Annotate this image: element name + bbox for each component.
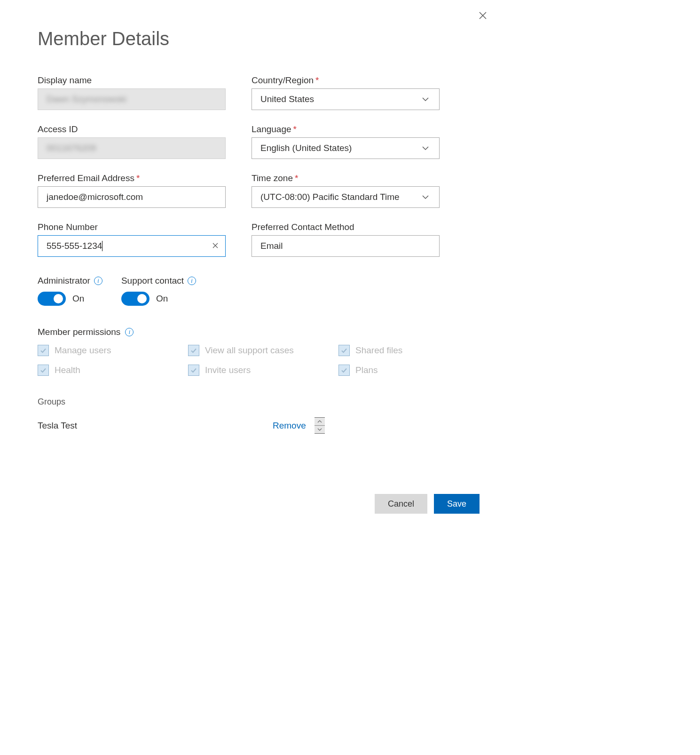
remove-link[interactable]: Remove	[273, 421, 306, 431]
country-field: Country/Region* United States	[252, 75, 440, 110]
perm-health: Health	[38, 365, 188, 376]
display-name-label: Display name	[38, 75, 226, 86]
perm-shared-files: Shared files	[338, 345, 442, 356]
group-order-stepper	[315, 417, 325, 434]
email-input[interactable]: janedoe@microsoft.com	[38, 186, 226, 208]
info-icon[interactable]: i	[188, 277, 196, 285]
support-contact-toggle[interactable]	[121, 292, 149, 306]
phone-input[interactable]: 555-555-1234	[38, 235, 226, 257]
language-label: Language*	[252, 124, 440, 135]
support-contact-role: Support contact i On	[121, 276, 196, 306]
groups-title: Groups	[38, 397, 461, 407]
footer: Cancel Save	[375, 494, 480, 514]
group-row: Tesla Test Remove	[38, 417, 461, 434]
display-name-input: Dawn Szymonowski	[38, 88, 226, 110]
permissions-section: Member permissions i Manage users View a…	[38, 327, 461, 376]
language-select[interactable]: English (United States)	[252, 137, 440, 159]
administrator-state: On	[72, 294, 84, 304]
perm-manage-users: Manage users	[38, 345, 188, 356]
group-name: Tesla Test	[38, 421, 273, 431]
contact-method-label: Preferred Contact Method	[252, 222, 440, 232]
country-label: Country/Region*	[252, 75, 440, 86]
contact-method-field: Preferred Contact Method Email	[252, 222, 440, 257]
checkbox[interactable]	[38, 365, 49, 376]
close-button[interactable]	[477, 9, 489, 22]
chevron-down-icon	[420, 94, 431, 104]
email-field: Preferred Email Address* janedoe@microso…	[38, 173, 226, 208]
timezone-label: Time zone*	[252, 173, 440, 183]
chevron-up-icon[interactable]	[315, 418, 325, 425]
page-title: Member Details	[38, 28, 461, 49]
timezone-field: Time zone* (UTC-08:00) Pacific Standard …	[252, 173, 440, 208]
display-name-field: Display name Dawn Szymonowski	[38, 75, 226, 110]
checkbox[interactable]	[38, 345, 49, 356]
chevron-down-icon[interactable]	[315, 426, 325, 433]
support-contact-state: On	[156, 294, 168, 304]
support-contact-label: Support contact	[121, 276, 184, 286]
access-id-field: Access ID 0011676209	[38, 124, 226, 159]
perm-invite-users: Invite users	[188, 365, 338, 376]
info-icon[interactable]: i	[94, 277, 102, 285]
language-field: Language* English (United States)	[252, 124, 440, 159]
timezone-select[interactable]: (UTC-08:00) Pacific Standard Time	[252, 186, 440, 208]
phone-label: Phone Number	[38, 222, 226, 232]
access-id-label: Access ID	[38, 124, 226, 135]
contact-method-input[interactable]: Email	[252, 235, 440, 257]
checkbox[interactable]	[338, 365, 350, 376]
access-id-input: 0011676209	[38, 137, 226, 159]
checkbox[interactable]	[188, 345, 199, 356]
groups-section: Groups Tesla Test Remove	[38, 397, 461, 434]
save-button[interactable]: Save	[434, 494, 480, 514]
checkbox[interactable]	[338, 345, 350, 356]
administrator-label: Administrator	[38, 276, 90, 286]
administrator-role: Administrator i On	[38, 276, 102, 306]
info-icon[interactable]: i	[125, 328, 134, 336]
cancel-button[interactable]: Cancel	[375, 494, 427, 514]
chevron-down-icon	[420, 143, 431, 153]
country-select[interactable]: United States	[252, 88, 440, 110]
email-label: Preferred Email Address*	[38, 173, 226, 183]
phone-field: Phone Number 555-555-1234	[38, 222, 226, 257]
clear-icon[interactable]	[212, 241, 219, 251]
perm-view-support: View all support cases	[188, 345, 338, 356]
checkbox[interactable]	[188, 365, 199, 376]
permissions-title: Member permissions	[38, 327, 120, 337]
perm-plans: Plans	[338, 365, 442, 376]
administrator-toggle[interactable]	[38, 292, 66, 306]
chevron-down-icon	[420, 192, 431, 202]
